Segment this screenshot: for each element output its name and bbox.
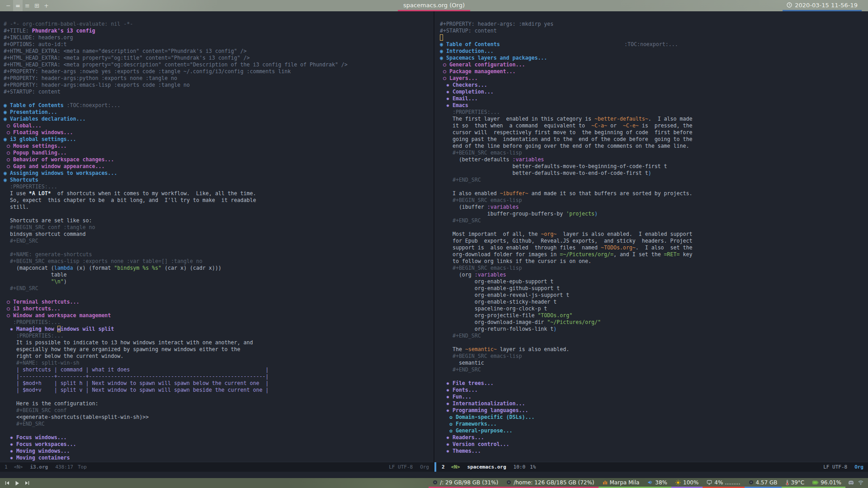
buffer-i3-org[interactable]: # -*- org-confirm-babel-evaluate: nil -*… xyxy=(0,11,434,462)
buffer-line[interactable]: org-return-follows-link t) xyxy=(440,326,868,333)
buffer-line[interactable]: ◉ i3 global settings... xyxy=(4,136,434,143)
buffer-line[interactable] xyxy=(4,394,434,400)
buffer-line[interactable]: Shortcuts are set like so: xyxy=(4,217,434,224)
buffer-line[interactable]: ✸ Fonts... xyxy=(440,387,868,394)
buffer-line[interactable]: | $mod+h | split h | Next window to spaw… xyxy=(4,380,434,387)
modeline-spacemacs-org[interactable]: 2 <N> spacemacs.org 10:0 1% LF UTF-8 Org xyxy=(434,462,868,472)
buffer-line[interactable]: It is possible to indicate to i3 how win… xyxy=(4,339,434,346)
buffer-line[interactable]: (mapconcat (lambda (x) (format "bindsym … xyxy=(4,265,434,272)
module-brightness[interactable]: 100% xyxy=(671,478,703,488)
buffer-line[interactable]: ✸ Moving containers xyxy=(4,455,434,461)
buffer-line[interactable]: ✸ Completion... xyxy=(440,89,868,95)
buffer-line[interactable]: ✸ Emacs xyxy=(440,102,868,109)
buffer-line[interactable]: I use *A LOT* of shortcuts when it comes… xyxy=(4,190,434,197)
buffer-line[interactable]: ✸ Checkers... xyxy=(440,82,868,89)
buffer-line[interactable]: ○ Behavior of workspace changes... xyxy=(4,156,434,163)
buffer-line[interactable]: org-enable-epub-support t xyxy=(440,278,868,285)
buffer-line[interactable]: ✿ General-purpose... xyxy=(440,427,868,434)
buffer-line[interactable]: ◉ Introduction... xyxy=(440,48,868,55)
buffer-line[interactable]: #+HTML_HEAD_EXTRA: <meta property="og:de… xyxy=(4,61,434,68)
buffer-line[interactable]: ○ Mouse settings... xyxy=(4,143,434,150)
buffer-line[interactable] xyxy=(4,292,434,299)
buffer-line[interactable]: ✸ Readers... xyxy=(440,434,868,441)
media-next-button[interactable] xyxy=(25,481,30,485)
buffer-line[interactable]: ○ i3 shortcuts... xyxy=(4,305,434,312)
buffer-line[interactable]: ✿ Frameworks... xyxy=(440,421,868,427)
buffer-line[interactable]: #+END_SRC xyxy=(4,285,434,292)
module-volume[interactable]: 38% xyxy=(643,478,671,488)
buffer-line[interactable]: #+STARTUP: content xyxy=(4,89,434,95)
buffer-line[interactable]: ○ General configuration... xyxy=(440,61,868,68)
buffer-line[interactable]: (better-defaults :variables xyxy=(440,156,868,163)
buffer-line[interactable]: ◉ Shortcuts xyxy=(4,177,434,183)
buffer-line[interactable]: ◉ Table of Contents:TOC:noexport:... xyxy=(440,41,868,48)
buffer-line[interactable]: support is also enabled through files na… xyxy=(440,244,868,251)
buffer-line[interactable]: Most important of all, the ~org~ layer i… xyxy=(440,231,868,238)
buffer-line[interactable]: <<generate-shortcuts(table=split-win-sh)… xyxy=(4,414,434,421)
buffer-line[interactable]: ✸ Email... xyxy=(440,95,868,102)
buffer-line[interactable]: :PROPERTIES:... xyxy=(4,183,434,190)
workspace-icon-2[interactable]: = xyxy=(13,0,23,11)
buffer-line[interactable]: org-enable-sticky-header t xyxy=(440,299,868,305)
buffer-line[interactable]: #+END_SRC xyxy=(440,217,868,224)
buffer-line[interactable]: ✸ Version control... xyxy=(440,441,868,448)
buffer-line[interactable]: #+END_SRC xyxy=(4,421,434,427)
buffer-line[interactable]: #+TITLE: Phundrak's i3 config xyxy=(4,28,434,34)
buffer-line[interactable]: org-enable-github-support t xyxy=(440,285,868,292)
network-icon[interactable] xyxy=(858,480,863,486)
buffer-line[interactable]: ◉ Assigning windows to workspaces... xyxy=(4,170,434,177)
buffer-line[interactable] xyxy=(440,183,868,190)
buffer-line[interactable]: #+PROPERTY: header-args: :mkdirp yes xyxy=(440,21,868,28)
echo-area[interactable] xyxy=(0,472,868,478)
buffer-line[interactable]: #+NAME: generate-shortcuts xyxy=(4,251,434,258)
buffer-line[interactable]: #+PROPERTY: header-args:emacs-lisp :expo… xyxy=(4,82,434,89)
buffer-line[interactable]: #+END_SRC xyxy=(4,238,434,244)
buffer-line[interactable]: better-defaults-move-to-beginning-of-cod… xyxy=(440,163,868,170)
buffer-line[interactable]: # -*- org-confirm-babel-evaluate: nil -*… xyxy=(4,21,434,28)
buffer-line[interactable]: (org :variables xyxy=(440,272,868,278)
buffer-line[interactable]: #+END_SRC xyxy=(440,177,868,183)
buffer-line[interactable]: #+BEGIN_SRC emacs-lisp xyxy=(440,265,868,272)
buffer-line[interactable]: right or below the current window. xyxy=(4,353,434,360)
buffer-line[interactable]: end of the line before going over the en… xyxy=(440,143,868,150)
buffer-line[interactable] xyxy=(440,339,868,346)
buffer-line[interactable]: ✸ Focus windows... xyxy=(4,434,434,441)
buffer-line[interactable]: ✸ Fun... xyxy=(440,394,868,400)
buffer-line[interactable]: ◉ Spacemacs layers and packages... xyxy=(440,55,868,61)
buffer-line[interactable]: for Epub exports, Github, Reveal.JS expo… xyxy=(440,238,868,244)
buffer-line[interactable]: #+BEGIN_SRC emacs-lisp xyxy=(440,150,868,156)
buffer-line[interactable]: Here is the configuration: xyxy=(4,400,434,407)
workspace-icon-3[interactable]: ≡ xyxy=(23,0,32,11)
buffer-line[interactable]: #+BEGIN_SRC emacs-lisp xyxy=(440,197,868,204)
buffer-line[interactable]: I also enabled ~ibuffer~ and made it so … xyxy=(440,190,868,197)
buffer-line[interactable]: ○ Package management... xyxy=(440,68,868,75)
buffer-line[interactable]: ◉ Table of Contents :TOC:noexport:... xyxy=(4,102,434,109)
buffer-line[interactable]: So, expect this chapter to be a bit long… xyxy=(4,197,434,204)
buffer-line[interactable]: #+STARTUP: content xyxy=(440,28,868,34)
buffer-line[interactable]: especially how they are organized by spa… xyxy=(4,346,434,353)
major-mode-indicator[interactable]: Org xyxy=(854,464,863,470)
buffer-line[interactable]: bindsym shortcut command xyxy=(4,231,434,238)
buffer-line[interactable] xyxy=(440,34,868,41)
buffer-line[interactable]: ✸ Themes... xyxy=(440,448,868,455)
buffer-line[interactable]: | shortcuts | command | what it does | xyxy=(4,366,434,373)
buffer-line[interactable]: spaceline-org-clock-p t xyxy=(440,305,868,312)
buffer-line[interactable]: to follow org links if the cursor is on … xyxy=(440,258,868,265)
buffer-line[interactable]: (ibuffer :variables xyxy=(440,204,868,211)
buffer-line[interactable]: ○ Layers... xyxy=(440,75,868,82)
buffer-line[interactable]: :PROPERTIES:... xyxy=(4,319,434,326)
buffer-line[interactable]: #+HTML_HEAD_EXTRA: <meta property="og:ti… xyxy=(4,55,434,61)
workspace-icon-5[interactable]: + xyxy=(42,0,51,11)
buffer-line[interactable]: #+NAME: split-win-sh xyxy=(4,360,434,366)
buffer-line[interactable]: going past the indentation and to the en… xyxy=(440,136,868,143)
modeline-i3-org[interactable]: 1 <N> i3.org 438:17 Top LF UTF-8 Org xyxy=(0,462,434,472)
buffer-line[interactable]: #+END_SRC xyxy=(440,333,868,339)
buffer-line[interactable] xyxy=(4,95,434,102)
buffer-line[interactable]: ✸ Focus workspaces... xyxy=(4,441,434,448)
buffer-line[interactable]: #+OPTIONS: auto-id:t xyxy=(4,41,434,48)
module-music[interactable]: Marpa Mila xyxy=(599,478,644,488)
buffer-line[interactable]: org-download folder for images in =~/Pic… xyxy=(440,251,868,258)
buffer-line[interactable]: org-projectile-file "TODOs.org" xyxy=(440,312,868,319)
buffer-line[interactable]: :PROPERTIES:... xyxy=(440,109,868,116)
buffer-line[interactable]: | $mod+v | split v | Next window to spaw… xyxy=(4,387,434,394)
